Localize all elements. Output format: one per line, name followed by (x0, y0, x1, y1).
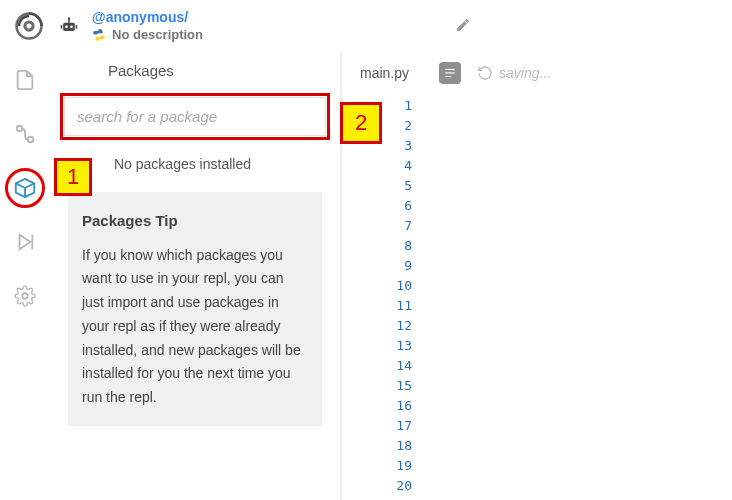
svg-rect-3 (63, 23, 75, 31)
line-number: 4 (342, 156, 412, 176)
line-number: 12 (342, 316, 412, 336)
history-icon (477, 65, 493, 81)
files-tab-icon[interactable] (11, 66, 39, 94)
left-sidebar (0, 52, 50, 500)
description-text: No description (112, 27, 203, 44)
package-search-input[interactable] (64, 97, 326, 136)
svg-point-4 (65, 26, 68, 29)
svg-point-10 (17, 126, 23, 132)
tip-title: Packages Tip (82, 208, 308, 234)
line-number: 13 (342, 336, 412, 356)
line-number: 10 (342, 276, 412, 296)
line-number: 16 (342, 396, 412, 416)
header: @anonymous/ No description (0, 0, 732, 52)
line-number: 7 (342, 216, 412, 236)
code-area[interactable] (422, 94, 732, 500)
tip-body: If you know which packages you want to u… (82, 244, 308, 411)
line-number: 15 (342, 376, 412, 396)
username-link[interactable]: @anonymous (92, 9, 184, 25)
svg-point-11 (28, 137, 34, 143)
packages-panel: Packages No packages installed Packages … (50, 52, 340, 500)
svg-point-13 (22, 293, 28, 299)
line-number: 17 (342, 416, 412, 436)
svg-point-7 (68, 17, 71, 20)
tip-box: Packages Tip If you know which packages … (68, 192, 322, 426)
svg-point-5 (70, 26, 73, 29)
line-number: 11 (342, 296, 412, 316)
edit-icon[interactable] (455, 17, 471, 36)
settings-tab-icon[interactable] (11, 282, 39, 310)
breadcrumb-slash: / (184, 9, 188, 25)
annotation-callout-1: 1 (54, 158, 92, 196)
python-icon (92, 28, 106, 42)
line-number: 19 (342, 456, 412, 476)
line-number: 6 (342, 196, 412, 216)
no-packages-text: No packages installed (56, 154, 334, 176)
run-tab-icon[interactable] (11, 228, 39, 256)
owner-icon (58, 15, 80, 37)
save-status-text: saving... (499, 65, 551, 81)
annotation-callout-2: 2 (340, 102, 382, 144)
vcs-tab-icon[interactable] (11, 120, 39, 148)
svg-rect-9 (76, 25, 78, 28)
svg-rect-8 (61, 25, 63, 28)
save-status: saving... (477, 65, 551, 81)
headers-icon[interactable] (439, 62, 461, 84)
editor-pane: main.py saving... 1234567891011121314151… (342, 52, 732, 500)
header-meta: @anonymous/ No description (92, 8, 203, 43)
logo-icon (12, 9, 46, 43)
line-number: 21 (342, 496, 412, 500)
packages-tab-icon[interactable] (11, 174, 39, 202)
editor-tabs: main.py saving... (342, 52, 732, 94)
annotation-box-search (60, 93, 330, 140)
line-gutter: 123456789101112131415161718192021 (342, 94, 422, 500)
annotation-circle-packages (5, 168, 45, 208)
editor-filename[interactable]: main.py (360, 65, 409, 81)
line-number: 18 (342, 436, 412, 456)
panel-title: Packages (56, 62, 334, 79)
line-number: 14 (342, 356, 412, 376)
line-number: 8 (342, 236, 412, 256)
svg-point-2 (27, 24, 32, 29)
line-number: 5 (342, 176, 412, 196)
line-number: 9 (342, 256, 412, 276)
line-number: 20 (342, 476, 412, 496)
editor-body[interactable]: 123456789101112131415161718192021 (342, 94, 732, 500)
